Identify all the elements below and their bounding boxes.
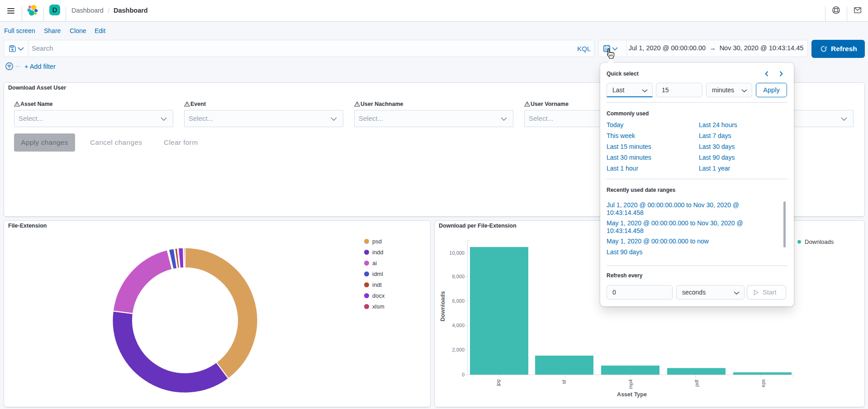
svg-text:0: 0 [462, 372, 465, 377]
svg-text:mp4: mp4 [628, 379, 633, 389]
svg-text:tif: tif [561, 380, 567, 384]
svg-text:Downloads: Downloads [440, 291, 446, 322]
svg-text:pdf: pdf [694, 379, 699, 386]
svg-text:4,000: 4,000 [452, 323, 465, 328]
svg-text:2,000: 2,000 [452, 347, 465, 352]
svg-text:Downloads: Downloads [805, 238, 834, 245]
svg-text:Asset Type: Asset Type [617, 391, 647, 398]
svg-text:eps: eps [760, 379, 766, 387]
svg-text:6,000: 6,000 [452, 298, 465, 304]
svg-text:8,000: 8,000 [452, 274, 465, 279]
svg-text:10,000: 10,000 [449, 250, 465, 256]
svg-text:jpg: jpg [495, 380, 501, 387]
